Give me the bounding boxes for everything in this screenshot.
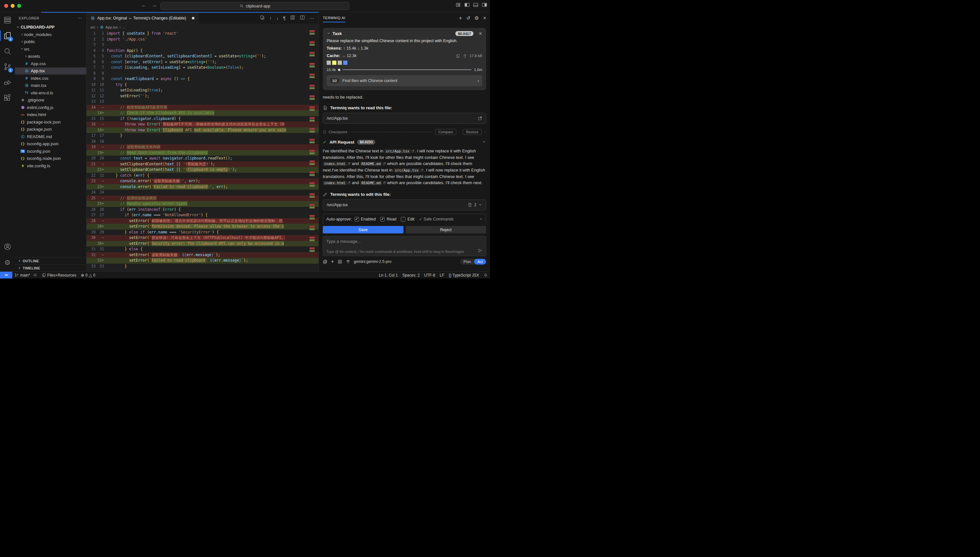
tree-item-node_modules[interactable]: ›node_modules [15,31,86,38]
tree-item-tsconfig.json[interactable]: TStsconfig.json [15,148,86,155]
sidebar-section-outline[interactable]: ›OUTLINE [15,257,86,264]
code-row[interactable]: 21– setClipboardContent(text || '(剪贴板为空)… [86,161,319,167]
tree-item-README.md[interactable]: iREADME.md [15,133,86,140]
code-row[interactable]: 1818 [86,139,319,145]
external-link-icon[interactable] [478,116,482,121]
code-row[interactable]: 1515 if (!navigator.clipboard) { [86,116,319,122]
git-branch-item[interactable]: main* [12,272,39,278]
tree-item-vite-env.d.ts[interactable]: TSvite-env.d.ts [15,89,86,97]
compare-button[interactable]: Compare [435,129,456,135]
tab-app-tsx-diff[interactable]: App.tsx: Original ⇔ Termniq's Changes (E… [86,12,199,24]
tree-item-index.html[interactable]: <>index.html [15,111,86,119]
code-row[interactable]: 16+ throw new Error('Clipboard API not a… [86,127,319,133]
chevron-down-icon[interactable]: › [478,203,483,207]
code-row[interactable]: 2020 const text = await navigator.clipbo… [86,156,319,161]
open-file-icon[interactable] [260,15,265,21]
code-row[interactable]: 1212 setError(''); [86,93,319,99]
tree-item-package-lock.json[interactable]: {}package-lock.json [15,118,86,126]
gear-icon[interactable]: ⚙ [475,16,479,20]
code-row[interactable]: 99 const readClipboard = async () => { [86,76,319,82]
external-link-icon[interactable] [420,167,424,171]
tree-item-.gitignore[interactable]: .gitignore [15,97,86,104]
code-row[interactable]: 1717 } [86,133,319,139]
unsaved-dot-icon[interactable] [192,17,195,20]
code-row[interactable]: 32+ setError(`Failed to read clipboard: … [86,258,319,264]
code-row[interactable]: 14+ // Check if the Clipboard API is ava… [86,110,319,116]
model-label[interactable]: gemini:gemini-2.5-pro [354,259,392,264]
code-row[interactable]: 1010 try { [86,82,319,88]
chevron-down-icon[interactable]: › [482,140,487,143]
code-row[interactable]: 55 const [clipboardContent, setClipboard… [86,54,319,59]
save-button[interactable]: Save [323,226,403,233]
toggle-secondary-sidebar-icon[interactable] [481,2,488,8]
back-icon[interactable]: ← [141,2,146,8]
checkbox[interactable] [401,217,405,221]
code-row[interactable]: 3131 } else { [86,246,319,252]
auto-approve-enabled[interactable]: ✓Enabled [354,217,376,221]
code-row[interactable]: 2727 if (err.name === 'NotAllowedError')… [86,212,319,218]
account-icon[interactable] [0,239,15,254]
file-reference-chip[interactable]: src/App.tsx [394,168,420,173]
auto-approve-safe-commands[interactable]: ✓ Safe Commands [419,217,454,221]
edit-file-path-box[interactable]: /src/App.tsx 2 › [323,199,486,210]
add-context-icon[interactable]: + [331,259,334,265]
explorer-icon[interactable]: 1 [0,28,15,44]
external-link-icon[interactable] [383,161,386,164]
code-row[interactable]: 2626 if (err instanceof Error) { [86,207,319,213]
close-window-button[interactable] [4,4,8,8]
remote-indicator[interactable]: >< [0,272,12,279]
chevron-right-icon[interactable]: › [477,78,479,83]
sidebar-section-timeline[interactable]: ›TIMELINE [15,264,86,271]
read-file-path-box[interactable]: /src/App.tsx [323,113,486,124]
project-root-folder[interactable]: › CLIPBOARD-APP [15,24,86,31]
code-row[interactable]: 25– // 处理特定错误类型 [86,195,319,201]
tree-item-package.json[interactable]: {}package.json [15,126,86,133]
code-row[interactable]: 1313 [86,99,319,105]
code-row[interactable]: 44function App() { [86,48,319,54]
external-link-icon[interactable] [411,148,414,151]
publish-icon[interactable] [33,273,37,277]
run-debug-icon[interactable] [0,75,15,90]
code-row[interactable]: 14– // 检查剪贴板API是否可用 [86,105,319,111]
file-reference-chip[interactable]: index.html [323,162,347,166]
plan-mode-button[interactable]: Plan [460,259,474,265]
diff-overview-ruler[interactable] [309,12,316,271]
tree-item-App.css[interactable]: #App.css [15,60,86,67]
external-link-icon[interactable] [348,180,351,183]
status-item[interactable]: Ln 1, Col 1 [377,273,400,277]
checkbox[interactable]: ✓ [380,217,385,221]
file-reference-chip[interactable]: README.md [360,181,382,185]
code-row[interactable]: 2929 } else if (err.name === 'SecurityEr… [86,230,319,235]
auto-approve-read[interactable]: ✓Read [380,217,397,221]
tree-item-index.css[interactable]: #index.css [15,75,86,82]
code-row[interactable]: 66 const [error, setError] = useState<st… [86,59,319,65]
status-item[interactable]: UTF-8 [422,273,437,277]
tree-item-vite.config.ts[interactable]: vite.config.ts [15,162,86,169]
tree-item-tsconfig.app.json[interactable]: {}tsconfig.app.json [15,140,86,148]
file-reference-chip[interactable]: index.html [323,181,347,185]
scales-icon[interactable] [346,259,350,264]
breadcrumb[interactable]: src› App.tsx› ... [86,24,319,31]
window-controls[interactable] [4,4,21,8]
tree-item-eslint.config.js[interactable]: eslint.config.js [15,104,86,111]
code-area[interactable]: 11import { useState } from 'react'22impo… [86,31,319,271]
problems-item[interactable]: ⊗0 △0 [78,272,98,278]
history-icon[interactable]: ↺ [466,15,471,21]
code-row[interactable]: 25+ // Handle specific error types [86,201,319,207]
external-link-icon[interactable] [383,180,386,183]
external-link-icon[interactable] [348,161,351,164]
tree-item-App.tsx[interactable]: App.tsx [15,67,86,75]
code-row[interactable]: 16– throw new Error('剪贴板API不可用，请确保您使用的是支… [86,122,319,127]
code-row[interactable]: 2222 } catch (err) { [86,173,319,179]
forward-icon[interactable]: → [152,2,157,8]
message-input[interactable]: Type a message... Type @ for context, / … [323,236,486,256]
code-row[interactable]: 3333 } [86,264,319,269]
code-row[interactable]: 32– setError(`读取剪贴板失败: ${err.message}`); [86,252,319,258]
next-change-icon[interactable]: ↓ [276,16,278,21]
trash-icon[interactable] [463,54,467,58]
code-row[interactable]: 88 [86,71,319,77]
close-icon[interactable]: × [483,15,486,21]
new-task-icon[interactable]: + [459,15,462,21]
code-row[interactable]: 28+ setError('Permission denied: Please … [86,224,319,230]
file-reference-chip[interactable]: README.md [360,162,382,166]
